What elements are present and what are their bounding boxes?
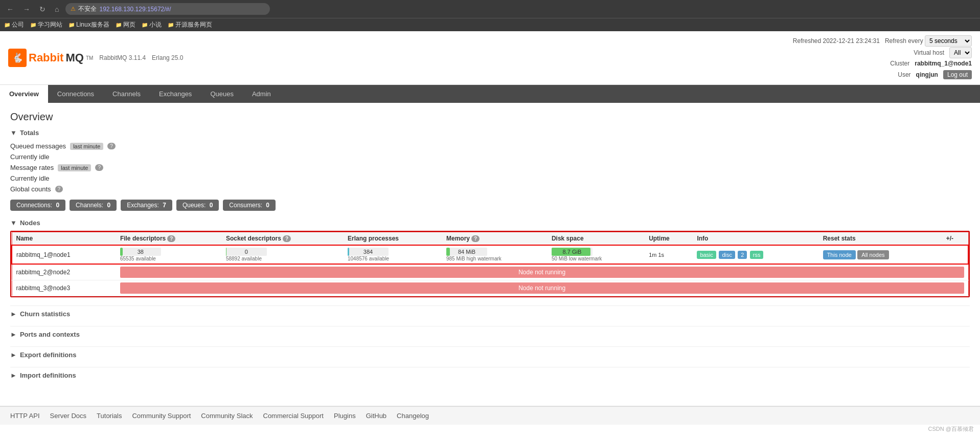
col-plus-minus: +/- — [942, 232, 968, 246]
bookmark-study[interactable]: 📁 学习网站 — [30, 20, 62, 29]
vhost-select[interactable]: All — [949, 47, 972, 58]
nav-overview[interactable]: Overview — [0, 85, 48, 103]
bookmarks-bar: 📁 公司 📁 学习网站 📁 Linux服务器 📁 网页 📁 小说 📁 开源服务网… — [0, 18, 980, 31]
message-rates-badge[interactable]: last minute — [58, 164, 91, 171]
back-button[interactable]: ← — [4, 4, 16, 14]
queued-messages-badge[interactable]: last minute — [70, 143, 103, 150]
exchanges-count[interactable]: Exchanges: 7 — [121, 200, 172, 211]
node-row-1: rabbitmq_1@node1 38 65535 available — [12, 245, 968, 264]
logo-mq-text: MQ — [65, 51, 83, 64]
node-1-reset-stats: This node All nodes — [819, 245, 942, 264]
export-label: Export definitions — [20, 351, 77, 359]
logo-area: 🐇 RabbitMQTM RabbitMQ 3.11.4 Erlang 25.0 — [8, 49, 183, 67]
footer-community-slack[interactable]: Community Slack — [201, 412, 253, 420]
node-1-plus-minus — [942, 245, 968, 264]
import-label: Import definitions — [20, 372, 76, 379]
logout-button[interactable]: Log out — [943, 70, 972, 79]
footer-server-docs[interactable]: Server Docs — [50, 412, 87, 420]
node-2-name: rabbitmq_2@node2 — [12, 264, 116, 280]
footer-community-support[interactable]: Community Support — [132, 412, 191, 420]
home-button[interactable]: ⌂ — [52, 4, 61, 14]
message-rates-help[interactable]: ? — [95, 164, 103, 171]
footer-tutorials[interactable]: Tutorials — [97, 412, 122, 420]
channels-label: Channels: — [76, 202, 103, 209]
global-counts-help[interactable]: ? — [55, 186, 63, 192]
forward-button[interactable]: → — [20, 4, 33, 14]
ports-contexts-header[interactable]: ► Ports and contexts — [10, 331, 970, 338]
node-2-not-running: Node not running — [116, 264, 968, 280]
currently-idle-1-text: Currently idle — [10, 153, 50, 161]
node-1-erlang-proc: 384 1048576 available — [344, 245, 442, 264]
node-3-not-running: Node not running — [116, 280, 968, 296]
refresh-row: Refreshed 2022-12-21 23:24:31 Refresh ev… — [793, 35, 972, 47]
bookmark-webpage[interactable]: 📁 网页 — [116, 20, 135, 29]
connections-count[interactable]: Connections: 0 — [10, 200, 65, 211]
page-title: Overview — [10, 111, 970, 123]
queues-count[interactable]: Queues: 0 — [176, 200, 219, 211]
queued-messages-help[interactable]: ? — [107, 143, 116, 149]
channels-count[interactable]: Channels: 0 — [70, 200, 117, 211]
main-nav: Overview Connections Channels Exchanges … — [0, 85, 980, 103]
export-definitions-header[interactable]: ► Export definitions — [10, 351, 970, 359]
node-1-name: rabbitmq_1@node1 — [12, 245, 116, 264]
nodes-header[interactable]: ▼ Nodes — [10, 219, 970, 227]
cluster-value: rabbitmq_1@node1 — [915, 60, 972, 67]
url-bar[interactable]: ⚠ 不安全 192.168.130.129:15672/#/ — [65, 3, 270, 15]
footer-http-api[interactable]: HTTP API — [10, 412, 40, 420]
refresh-select[interactable]: 5 seconds 10 seconds 30 seconds 60 secon… — [925, 35, 972, 47]
folder-icon: 📁 — [69, 22, 75, 28]
consumers-count[interactable]: Consumers: 0 — [223, 200, 276, 211]
badge-basic: basic — [697, 251, 716, 259]
consumers-label: Consumers: — [229, 202, 262, 209]
churn-statistics-header[interactable]: ► Churn statistics — [10, 310, 970, 318]
node-3-name: rabbitmq_3@node3 — [12, 280, 116, 296]
nodes-section: ▼ Nodes Name File descriptors ? Socket d… — [10, 219, 970, 297]
nodes-label: Nodes — [20, 219, 40, 227]
churn-label: Churn statistics — [20, 310, 70, 318]
bookmark-novel[interactable]: 📁 小说 — [142, 20, 162, 29]
rabbit-icon: 🐇 — [8, 49, 27, 67]
user-label: User — [898, 71, 910, 78]
all-nodes-button[interactable]: All nodes — [857, 250, 888, 259]
totals-section: ▼ Totals Queued messages last minute ? C… — [10, 129, 970, 211]
folder-icon: 📁 — [4, 22, 10, 28]
footer-changelog[interactable]: Changelog — [397, 412, 429, 420]
col-file-desc: File descriptors ? — [116, 232, 222, 246]
import-definitions-section: ► Import definitions — [10, 367, 970, 387]
footer-github[interactable]: GitHub — [366, 412, 386, 420]
cluster-label: Cluster — [890, 60, 909, 67]
footer-commercial-support[interactable]: Commercial Support — [263, 412, 324, 420]
footer-plugins[interactable]: Plugins — [334, 412, 356, 420]
node-1-disk-space: 8.7 GiB 50 MiB low watermark — [548, 245, 645, 264]
nav-admin[interactable]: Admin — [243, 85, 280, 103]
logo-tm: TM — [86, 55, 93, 61]
import-definitions-header[interactable]: ► Import definitions — [10, 372, 970, 379]
nav-connections[interactable]: Connections — [48, 85, 103, 103]
ports-contexts-section: ► Ports and contexts — [10, 326, 970, 346]
bookmark-open-source[interactable]: 📁 开源服务网页 — [168, 20, 212, 29]
message-rates-label: Message rates — [10, 164, 54, 171]
totals-arrow: ▼ — [10, 129, 17, 137]
bookmark-linux[interactable]: 📁 Linux服务器 — [69, 20, 109, 29]
bookmark-company[interactable]: 📁 公司 — [4, 20, 24, 29]
refresh-button[interactable]: ↻ — [37, 4, 48, 14]
nav-queues[interactable]: Queues — [201, 85, 243, 103]
node-row-3: rabbitmq_3@node3 Node not running — [12, 280, 968, 296]
nav-exchanges[interactable]: Exchanges — [150, 85, 201, 103]
node-1-uptime: 1m 1s — [645, 245, 693, 264]
browser-chrome: ← → ↻ ⌂ ⚠ 不安全 192.168.130.129:15672/#/ — [0, 0, 980, 18]
this-node-button[interactable]: This node — [823, 250, 856, 259]
ports-label: Ports and contexts — [20, 331, 80, 338]
totals-header[interactable]: ▼ Totals — [10, 129, 970, 137]
nodes-table: Name File descriptors ? Socket descripto… — [11, 232, 969, 296]
rabbit-logo: 🐇 RabbitMQTM — [8, 49, 93, 67]
col-info: Info — [693, 232, 818, 246]
erlang-version: Erlang 25.0 — [152, 54, 183, 61]
badge-rss: rss — [750, 251, 764, 259]
queues-value: 0 — [210, 202, 213, 209]
connections-value: 0 — [56, 202, 59, 209]
global-counts-label: Global counts — [10, 185, 51, 193]
nav-channels[interactable]: Channels — [103, 85, 150, 103]
vhost-row: Virtual host All — [793, 47, 972, 59]
exchanges-label: Exchanges: — [127, 202, 159, 209]
